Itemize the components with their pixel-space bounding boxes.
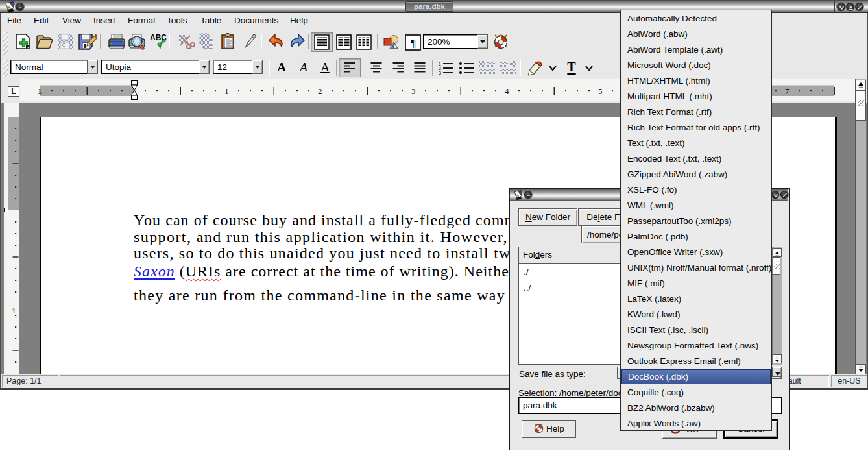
svg-text:1: 1 — [439, 62, 441, 66]
svg-text:2: 2 — [439, 66, 441, 71]
svg-text:3: 3 — [439, 71, 441, 75]
svg-text:¶: ¶ — [411, 37, 416, 49]
